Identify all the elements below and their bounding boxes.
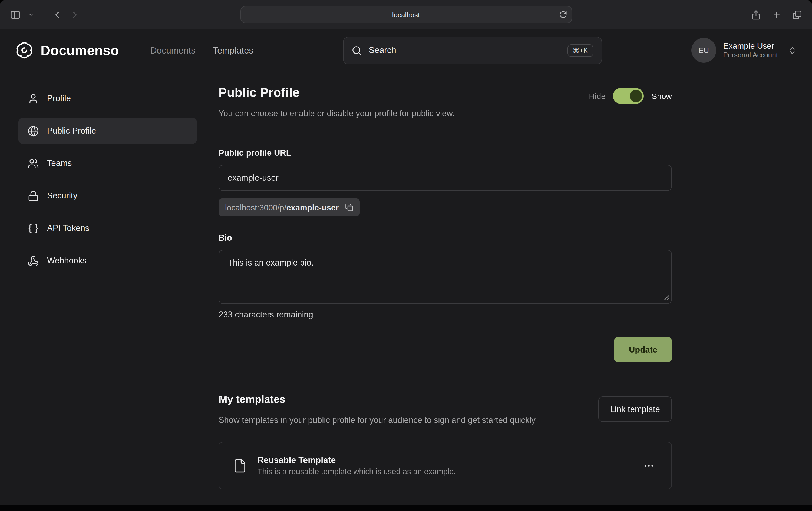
public-profile-link: localhost:3000/p/example-user [219, 199, 360, 216]
sidebar-item-label: Teams [47, 158, 72, 168]
copy-icon [345, 203, 353, 211]
search-shortcut-badge: ⌘+K [567, 44, 593, 57]
sidebar-item-profile[interactable]: Profile [19, 85, 197, 111]
section-divider [219, 131, 672, 131]
chevron-down-icon [29, 12, 33, 17]
template-menu-button[interactable] [640, 457, 658, 475]
brand[interactable]: Documenso [15, 41, 119, 59]
sidebar-item-api-tokens[interactable]: API Tokens [19, 215, 197, 241]
update-button[interactable]: Update [614, 337, 672, 362]
users-icon [28, 158, 39, 169]
sidebar-item-label: API Tokens [47, 223, 89, 233]
sidebar-menu-chevron-button[interactable] [27, 10, 36, 19]
share-button[interactable] [749, 7, 763, 22]
bio-field-label: Bio [219, 233, 672, 243]
address-bar-url: localhost [392, 10, 420, 19]
user-name: Example User [723, 40, 778, 51]
file-icon [233, 458, 247, 473]
reload-button[interactable] [557, 8, 569, 21]
sidebar-item-teams[interactable]: Teams [19, 150, 197, 176]
ellipsis-icon [643, 460, 655, 472]
documenso-logo-icon [15, 41, 33, 59]
browser-chrome: localhost [0, 0, 812, 29]
avatar: EU [691, 38, 716, 63]
page-subtitle: You can choose to enable or disable your… [219, 109, 672, 118]
avatar-initials: EU [698, 46, 709, 55]
user-menu[interactable]: EU Example User Personal Account [691, 38, 797, 63]
update-row: Update [219, 337, 672, 362]
chevron-right-icon [70, 9, 80, 20]
bio-textarea-wrap [219, 250, 672, 304]
url-field-label: Public profile URL [219, 148, 672, 158]
sidebar-item-webhooks[interactable]: Webhooks [19, 248, 197, 274]
stage: localhost Documenso Doc [0, 0, 812, 511]
bio-textarea[interactable] [219, 250, 672, 304]
show-label: Show [651, 91, 672, 100]
link-template-button[interactable]: Link template [598, 396, 672, 422]
webhook-icon [28, 255, 39, 266]
sidebar-icon [10, 9, 21, 20]
template-name: Reusable Template [258, 456, 456, 465]
sidebar-item-public-profile[interactable]: Public Profile [19, 118, 197, 144]
user-icon [28, 93, 39, 104]
reload-icon [559, 10, 567, 19]
back-button[interactable] [50, 7, 64, 22]
sidebar-item-label: Security [47, 191, 77, 201]
toggle-knob [630, 90, 642, 102]
tab-overview-button[interactable] [790, 7, 805, 22]
sidebar-item-label: Webhooks [47, 256, 87, 266]
chevrons-up-down-icon [788, 46, 797, 55]
settings-sidebar: Profile Public Profile Teams Security AP… [19, 85, 197, 505]
share-icon [751, 9, 761, 20]
browser-window: localhost Documenso Doc [0, 0, 812, 511]
public-profile-panel: Public Profile Hide Show You can choose … [219, 85, 672, 505]
search-placeholder: Search [369, 46, 396, 55]
characters-remaining: 233 characters remaining [219, 310, 672, 320]
template-texts: Reusable Template This is a reusable tem… [258, 456, 456, 476]
hide-label: Hide [589, 91, 606, 100]
plus-icon [772, 10, 781, 19]
template-list-item[interactable]: Reusable Template This is a reusable tem… [219, 442, 672, 490]
main-nav: Documents Templates [150, 45, 254, 55]
window-bottom-edge [0, 505, 812, 511]
nav-documents[interactable]: Documents [150, 45, 196, 55]
search-input[interactable]: Search ⌘+K [343, 36, 602, 64]
my-templates-description: Show templates in your public profile fo… [219, 413, 586, 427]
sidebar-item-label: Public Profile [47, 126, 96, 136]
profile-visibility-toggle[interactable] [613, 88, 644, 104]
brand-name: Documenso [40, 42, 119, 58]
chrome-left-controls [7, 7, 82, 23]
sidebar-toggle-button[interactable] [7, 7, 23, 23]
user-names: Example User Personal Account [723, 40, 778, 60]
search-icon [351, 45, 361, 55]
settings-content: Profile Public Profile Teams Security AP… [0, 71, 812, 505]
public-profile-link-text: localhost:3000/p/example-user [225, 203, 339, 212]
globe-icon [28, 125, 39, 137]
resize-grip-icon[interactable] [664, 295, 670, 301]
braces-icon [28, 222, 39, 234]
sidebar-item-security[interactable]: Security [19, 183, 197, 209]
new-tab-button[interactable] [770, 8, 783, 21]
chevron-left-icon [52, 9, 62, 20]
my-templates-section: My templates Show templates in your publ… [219, 393, 672, 490]
visibility-toggle-row: Hide Show [589, 88, 672, 104]
public-profile-url-input[interactable] [219, 165, 672, 191]
user-account-type: Personal Account [723, 51, 778, 60]
template-description: This is a reusable template which is use… [258, 468, 456, 476]
tabs-icon [792, 9, 802, 20]
app-header: Documenso Documents Templates Search ⌘+K… [0, 29, 812, 71]
sidebar-item-label: Profile [47, 94, 71, 103]
address-bar[interactable]: localhost [240, 6, 572, 23]
nav-templates[interactable]: Templates [213, 45, 254, 55]
forward-button[interactable] [68, 7, 82, 22]
lock-icon [28, 190, 39, 202]
chrome-right-controls [749, 7, 805, 22]
copy-link-button[interactable] [344, 202, 354, 212]
